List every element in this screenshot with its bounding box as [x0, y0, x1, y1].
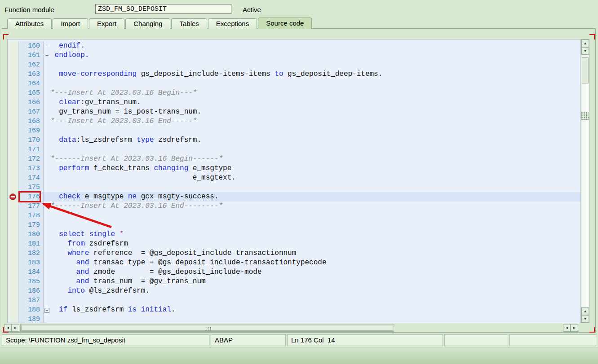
fold-marker-icon[interactable]: – [44, 51, 50, 60]
line-number[interactable]: 173 [18, 164, 44, 173]
line-number[interactable]: 168 [18, 117, 44, 126]
code-line[interactable]: 167 gv_trans_num = is_post-trans_num. [8, 107, 580, 117]
code-line[interactable]: 188– if ls_zsdrefsrm is initial. [8, 305, 580, 315]
code-line[interactable]: 171 [8, 145, 580, 154]
line-number[interactable]: 161 [18, 51, 44, 60]
line-number[interactable]: 181 [18, 239, 44, 249]
scroll-right-icon[interactable]: ► [571, 324, 578, 332]
hscroll-thumb[interactable] [21, 325, 393, 331]
line-number[interactable]: 166 [18, 98, 44, 107]
fold-column [44, 277, 50, 286]
gutter-icon-cell [8, 51, 18, 60]
code-text [50, 126, 580, 136]
line-number[interactable]: 183 [18, 258, 44, 268]
tab-source-code[interactable]: Source code [258, 18, 312, 29]
fold-marker-icon[interactable]: – [44, 41, 50, 51]
line-number[interactable]: 187 [18, 296, 44, 305]
code-line[interactable]: 182 where reference = @gs_deposit_includ… [8, 249, 580, 258]
line-number[interactable]: 188 [18, 305, 44, 315]
line-number[interactable]: 170 [18, 136, 44, 145]
line-number[interactable]: 180 [18, 230, 44, 239]
code-line[interactable]: 180 select single * [8, 230, 580, 239]
code-line[interactable]: 165*---Insert At 2023.03.16 Begin---* [8, 88, 580, 98]
line-number[interactable]: 184 [18, 268, 44, 277]
scroll-up-icon[interactable]: ▲ [581, 307, 589, 315]
window-bottom-strip [0, 347, 598, 364]
code-text: *---Insert At 2023.03.16 Begin---* [50, 88, 580, 98]
function-module-label: Function module [4, 6, 54, 13]
scroll-down-icon[interactable]: ▼ [581, 47, 589, 55]
code-line[interactable]: 184 and zmode = @gs_deposit_include-mode [8, 268, 580, 277]
line-number[interactable]: 186 [18, 286, 44, 296]
scroll-down-icon[interactable]: ▼ [581, 315, 589, 323]
line-number[interactable]: 172 [18, 154, 44, 164]
line-number[interactable]: 189 [18, 315, 44, 323]
tab-changing[interactable]: Changing [125, 18, 170, 29]
code-line[interactable]: 189 [8, 315, 580, 323]
code-line[interactable]: 160– endif. [8, 41, 580, 51]
breakpoint-cell[interactable] [8, 192, 18, 202]
code-line[interactable]: 161– endloop. [8, 51, 580, 60]
fold-marker-icon[interactable]: – [44, 305, 50, 315]
code-line-body: data:ls_zsdrefsrm type zsdrefsrm. [44, 136, 580, 145]
gutter-icon-cell [8, 173, 18, 183]
code-line-body: *------Insert At 2023.03.16 Begin------* [44, 154, 580, 164]
code-line[interactable]: 181 from zsdrefsrm [8, 239, 580, 249]
code-editor[interactable]: 160– endif.161– endloop.162163 move-corr… [7, 39, 581, 323]
vscroll-thumb[interactable] [582, 57, 589, 83]
code-line[interactable]: 163 move-corresponding gs_deposit_includ… [8, 70, 580, 79]
gutter-icon-cell [8, 60, 18, 70]
scroll-left-icon[interactable]: ◄ [563, 324, 571, 332]
line-number[interactable]: 160 [18, 41, 44, 51]
function-module-input[interactable] [95, 4, 231, 14]
line-number[interactable]: 185 [18, 277, 44, 286]
tab-exceptions[interactable]: Exceptions [208, 18, 257, 29]
code-text: perform f_check_trans changing e_msgtype [50, 164, 580, 173]
code-line[interactable]: 175 [8, 183, 580, 192]
code-line[interactable]: 187 [8, 296, 580, 305]
code-line[interactable]: 166 clear:gv_trans_num. [8, 98, 580, 107]
line-number[interactable]: 163 [18, 70, 44, 79]
tab-import[interactable]: Import [53, 18, 88, 29]
code-text: select single * [50, 230, 580, 239]
line-number[interactable]: 175 [18, 183, 44, 192]
tab-tables[interactable]: Tables [171, 18, 207, 29]
code-line[interactable]: 162 [8, 60, 580, 70]
line-number[interactable]: 162 [18, 60, 44, 70]
code-line[interactable]: 185 and trans_num = @gv_trans_num [8, 277, 580, 286]
line-number[interactable]: 169 [18, 126, 44, 136]
tab-export[interactable]: Export [89, 18, 124, 29]
code-line[interactable]: 173 perform f_check_trans changing e_msg… [8, 164, 580, 173]
line-number[interactable]: 164 [18, 79, 44, 88]
code-line[interactable]: 174 e_msgtext. [8, 173, 580, 183]
status-bar: Scope: \FUNCTION zsd_fm_so_deposit ABAP … [2, 334, 596, 346]
line-number[interactable]: 167 [18, 107, 44, 117]
code-line-body: – endif. [44, 41, 580, 51]
gutter-icon-cell [8, 88, 18, 98]
gutter-icon-cell [8, 230, 18, 239]
code-line[interactable]: 169 [8, 126, 580, 136]
fold-column [44, 88, 50, 98]
scroll-up-icon[interactable]: ▲ [581, 39, 589, 47]
code-line[interactable]: 168*---Insert At 2023.03.16 End-----* [8, 117, 580, 126]
line-number[interactable]: 171 [18, 145, 44, 154]
line-number[interactable]: 174 [18, 173, 44, 183]
split-handle[interactable] [581, 112, 589, 120]
code-line-body: and zmode = @gs_deposit_include-mode [44, 268, 580, 277]
code-line[interactable]: 170 data:ls_zsdrefsrm type zsdrefsrm. [8, 136, 580, 145]
code-line-body [44, 60, 580, 70]
line-number[interactable]: 165 [18, 88, 44, 98]
hscroll-track[interactable] [20, 324, 394, 332]
code-line[interactable]: 186 into @ls_zsdrefsrm. [8, 286, 580, 296]
code-text: *------Insert At 2023.03.16 End--------* [50, 202, 580, 211]
code-line[interactable]: 172*------Insert At 2023.03.16 Begin----… [8, 154, 580, 164]
code-text: gv_trans_num = is_post-trans_num. [50, 107, 580, 117]
vertical-scrollbar[interactable]: ▲ ▼ ▲ ▼ [581, 39, 589, 323]
gutter-icon-cell [8, 41, 18, 51]
tab-attributes[interactable]: Attributes [7, 18, 52, 29]
code-line[interactable]: 183 and transac_type = @gs_deposit_inclu… [8, 258, 580, 268]
code-line[interactable]: 164 [8, 79, 580, 88]
scroll-right-icon[interactable]: ► [12, 324, 19, 332]
line-number[interactable]: 182 [18, 249, 44, 258]
code-line-body: into @ls_zsdrefsrm. [44, 286, 580, 296]
